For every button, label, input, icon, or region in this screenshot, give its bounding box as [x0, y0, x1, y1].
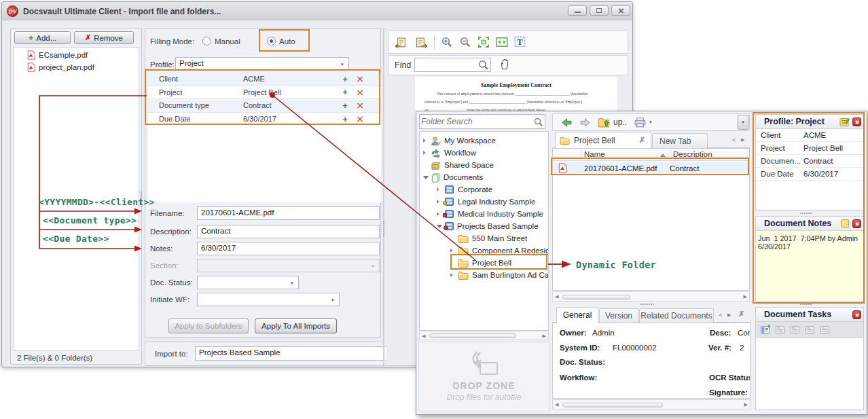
tab-close-icon[interactable]: ✗: [639, 136, 645, 145]
gear-badge: [444, 225, 448, 230]
forward-icon[interactable]: [579, 117, 591, 128]
tree-item-sam-burlington[interactable]: Sam Burlington Ad Camp: [450, 269, 549, 281]
tree-item-medical[interactable]: Medical Industry Sample: [437, 208, 548, 220]
maximize-icon: [596, 8, 602, 13]
tab-project-bell[interactable]: Project Bell ✗: [555, 132, 651, 148]
tab-scroll-right-icon[interactable]: ▶: [741, 137, 744, 142]
collapse-icon[interactable]: [423, 176, 429, 179]
add-button[interactable]: +Add...: [14, 31, 71, 44]
close-tasks-icon[interactable]: [852, 310, 861, 319]
fit-width-icon[interactable]: [496, 36, 508, 48]
select-text-icon[interactable]: [514, 36, 526, 48]
search-icon[interactable]: [533, 117, 543, 127]
tab-related-documents[interactable]: Related Documents: [639, 308, 714, 323]
right-splitter-handle-2[interactable]: [800, 304, 812, 305]
filename-input[interactable]: 20170601-ACME.pdf: [197, 206, 380, 220]
remove-button[interactable]: ✗Remove: [74, 31, 134, 44]
radio-manual-label[interactable]: Manual: [215, 37, 240, 45]
scroll-left-icon[interactable]: ◀: [555, 294, 558, 299]
print-button[interactable]: ▼: [634, 117, 653, 128]
fit-page-icon[interactable]: [477, 36, 490, 48]
back-icon[interactable]: [561, 117, 573, 128]
task-action-icon[interactable]: [775, 325, 786, 335]
minimize-button[interactable]: [568, 5, 587, 16]
collapse-icon[interactable]: [437, 225, 442, 228]
expand-icon[interactable]: [423, 139, 427, 143]
zoom-out-icon[interactable]: [459, 36, 471, 48]
up-button[interactable]: up..: [598, 117, 627, 128]
props-panel: Owner: Admin Desc: Contract System ID: F…: [552, 323, 751, 399]
expand-icon[interactable]: [450, 273, 454, 277]
tree-item-workflow[interactable]: Workflow: [423, 147, 548, 159]
section-combo: ▼: [197, 259, 380, 272]
task-action-icon[interactable]: [790, 325, 801, 335]
props-tab-left-icon[interactable]: ◀: [718, 312, 721, 317]
app-logo: DV: [7, 5, 18, 17]
tree-hscrollbar[interactable]: ◀ ▶: [419, 331, 549, 340]
props-close-icon[interactable]: ✗: [738, 310, 744, 318]
drop-zone[interactable]: DROP ZONE Drop files for autofile: [418, 342, 549, 412]
splitter-handle[interactable]: [383, 221, 384, 236]
task-action-icon[interactable]: [805, 325, 816, 335]
annotation-doctype-pattern: <<Document type>>: [43, 215, 137, 225]
initiate-wf-combo[interactable]: ▼: [197, 293, 340, 306]
tree-item-documents[interactable]: Documents: [423, 171, 548, 183]
scroll-thumb[interactable]: [562, 403, 663, 407]
scroll-left-icon[interactable]: ◀: [555, 402, 558, 407]
scroll-thumb[interactable]: [562, 295, 630, 299]
toolbar-combo-button[interactable]: ▼: [738, 115, 748, 130]
bottom-splitter-handle[interactable]: [640, 304, 654, 305]
close-button[interactable]: [611, 5, 630, 16]
expand-icon[interactable]: [450, 249, 454, 253]
drop-zone-title: DROP ZONE: [419, 380, 549, 391]
section-label: Section:: [150, 261, 179, 270]
scroll-thumb[interactable]: [429, 333, 516, 338]
apply-all-imports-button[interactable]: Apply To All Imports: [255, 318, 337, 333]
annotation-dynamic-folder: Dynamic Folder: [576, 259, 656, 270]
splitter[interactable]: [383, 28, 385, 365]
pan-hand-icon[interactable]: [499, 58, 511, 71]
apply-subfolders-button[interactable]: Apply to Subfolders: [168, 318, 249, 333]
prev-page-icon[interactable]: [395, 37, 408, 48]
tree-item-my-workspace[interactable]: My Workspace: [423, 134, 548, 147]
add-icon: +: [29, 33, 34, 43]
profile-combo[interactable]: Project▼: [175, 57, 349, 71]
scroll-right-icon[interactable]: ▶: [744, 402, 748, 407]
tree-item-projects-based[interactable]: Projects Based Sample: [437, 220, 548, 232]
zoom-in-icon[interactable]: [441, 36, 453, 48]
profile-label: Profile:: [150, 60, 175, 69]
props-tab-right-icon[interactable]: ▶: [727, 312, 731, 317]
tree-item-550-main[interactable]: 550 Main Street: [450, 232, 548, 244]
scroll-right-icon[interactable]: ▶: [744, 294, 747, 299]
maximize-button[interactable]: [590, 5, 609, 16]
tree-item-legal[interactable]: Legal Industry Sample: [437, 196, 548, 208]
expand-icon[interactable]: [437, 187, 440, 192]
file-item-projectplan[interactable]: project_plan.pdf: [26, 61, 135, 73]
expand-icon[interactable]: [423, 151, 427, 155]
tree-item-corporate[interactable]: Corporate: [437, 183, 548, 196]
import-to-label: Import to:: [155, 350, 188, 358]
props-hscrollbar[interactable]: ◀ ▶: [552, 399, 751, 409]
notes-input[interactable]: 6/30/2017: [197, 242, 380, 255]
next-page-icon[interactable]: [414, 37, 428, 48]
file-item-ecsample[interactable]: ECsample.pdf: [26, 49, 135, 61]
description-input[interactable]: Contract: [197, 225, 380, 238]
drop-zone-subtitle: Drop files for autofile: [419, 393, 549, 402]
tab-new-tab[interactable]: New Tab: [652, 133, 708, 148]
tree-item-shared-space[interactable]: Shared Space: [423, 159, 548, 171]
tab-scroll-left-icon[interactable]: ◀: [731, 137, 735, 142]
drop-zone-icon: [466, 350, 503, 379]
task-action-icon[interactable]: [820, 325, 831, 335]
find-search-icon[interactable]: [477, 59, 489, 71]
radio-manual[interactable]: [202, 37, 211, 45]
doc-status-combo[interactable]: ▼: [197, 276, 299, 289]
new-task-icon[interactable]: [760, 325, 771, 335]
folder-search-input[interactable]: [421, 115, 530, 128]
scroll-left-icon[interactable]: ◀: [422, 333, 425, 338]
scroll-right-icon[interactable]: ▶: [543, 333, 546, 338]
file-list-hscrollbar[interactable]: ◀ ▶: [552, 291, 750, 302]
ver-label: Ver. #:: [708, 344, 731, 352]
tab-version[interactable]: Version: [599, 308, 638, 323]
chevron-down-icon: ▼: [741, 120, 745, 124]
tab-general[interactable]: General: [556, 307, 598, 323]
